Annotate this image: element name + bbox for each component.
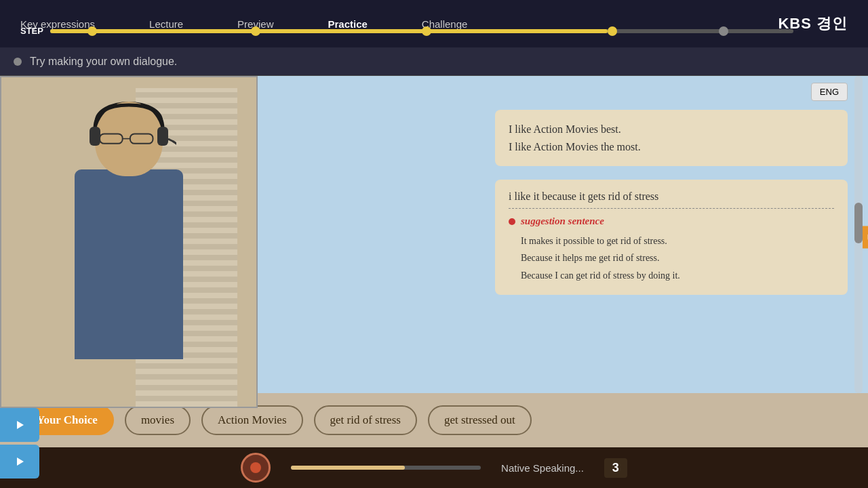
player-progress-fill — [291, 466, 405, 470]
suggestion-sentence-3: Because I can get rid of stress by doing… — [521, 267, 834, 284]
svg-marker-7 — [17, 458, 24, 466]
step-dot-1 — [87, 26, 97, 36]
webcam-overlay — [0, 76, 258, 408]
player-record-button[interactable] — [241, 453, 271, 483]
suggestion-sentence-2: Because it helps me get rid of stress. — [521, 249, 834, 266]
instruction-text: Try making your own dialogue. — [30, 56, 177, 68]
chat-bubble-1-container: I like Action Movies best. I like Action… — [285, 110, 848, 166]
person-body — [75, 169, 183, 359]
side-buttons — [0, 408, 44, 479]
chat-bubble-line1: I like Action Movies best. — [509, 121, 834, 138]
chat-bubble-2-container: i like it because it gets rid of stress … — [285, 180, 848, 295]
step-dot-3 — [422, 26, 431, 36]
step-dot-4 — [608, 26, 617, 36]
suggestion-title: suggestion sentence — [521, 216, 604, 227]
person-drawing — [20, 88, 237, 407]
chat-bubble-line2: I like Action Movies the most. — [509, 138, 834, 156]
svg-rect-3 — [90, 127, 100, 146]
suggestion-sentence-1: It makes it possible to get rid of stres… — [521, 232, 834, 249]
side-button-1[interactable] — [0, 408, 39, 442]
headset-icon — [81, 98, 176, 159]
suggestion-sentences: It makes it possible to get rid of stres… — [509, 232, 834, 284]
chat-bubble-1: I like Action Movies best. I like Action… — [495, 110, 848, 166]
suggestion-label-row: suggestion sentence — [509, 216, 834, 227]
player-btn-inner — [250, 462, 261, 473]
top-navigation-bar: Key expressions Lecture Preview Practice… — [0, 0, 868, 47]
suggestion-dot — [509, 218, 515, 225]
instruction-bar: Try making your own dialogue. — [0, 47, 868, 76]
choice-btn-get-stressed[interactable]: get stressed out — [428, 405, 532, 435]
step-fill — [50, 29, 608, 33]
scrollbar-track[interactable] — [854, 76, 863, 393]
user-input-text: i like it because it gets rid of stress — [509, 190, 834, 209]
player-count: 3 — [604, 458, 627, 478]
instruction-dot — [14, 58, 22, 66]
step-dot-5 — [719, 26, 728, 36]
svg-rect-4 — [157, 127, 168, 146]
eng-button[interactable]: ENG — [811, 83, 848, 101]
svg-marker-6 — [17, 421, 24, 429]
side-button-2[interactable] — [0, 445, 39, 479]
choice-btn-get-rid[interactable]: get rid of stress — [314, 405, 417, 435]
content-area: ENG I like Action Movies best. I like Ac… — [0, 76, 868, 393]
player-bar: Native Speaking... 3 — [0, 447, 868, 488]
choice-btn-action-movies[interactable]: Action Movies — [201, 405, 303, 435]
choice-btn-movies[interactable]: movies — [125, 405, 191, 435]
main-area: Try making your own dialogue. — [0, 47, 868, 488]
suggestion-bubble: i like it because it gets rid of stress … — [495, 180, 848, 295]
step-progress-bar: STEP — [0, 26, 868, 36]
step-track — [50, 29, 793, 33]
side-btn-icon-2 — [12, 453, 28, 470]
player-status-text: Native Speaking... — [501, 462, 584, 474]
side-btn-icon-1 — [12, 417, 28, 433]
step-label: STEP — [20, 26, 43, 36]
scrollbar-thumb[interactable] — [854, 203, 863, 243]
step-dot-2 — [251, 26, 260, 36]
player-progress-bar[interactable] — [291, 466, 481, 470]
